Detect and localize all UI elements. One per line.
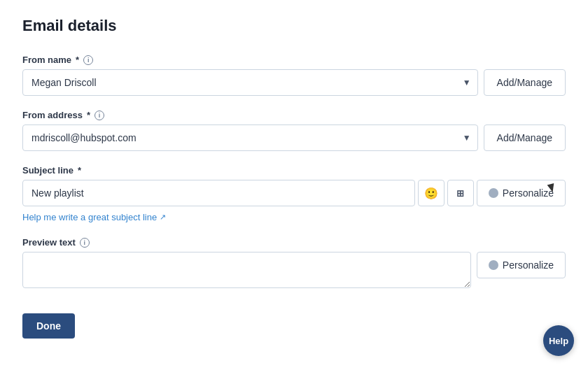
page-title: Email details bbox=[22, 17, 566, 35]
from-name-label: From name * i bbox=[22, 55, 566, 65]
subject-line-label: Subject line * bbox=[22, 165, 566, 176]
preview-personalize-button[interactable]: Personalize bbox=[477, 252, 566, 278]
done-button[interactable]: Done bbox=[22, 313, 75, 339]
external-link-icon: ↗ bbox=[160, 213, 166, 222]
preview-text-info-icon[interactable]: i bbox=[80, 238, 90, 248]
preview-text-row: Personalize bbox=[22, 252, 566, 288]
from-address-info-icon[interactable]: i bbox=[94, 111, 104, 120]
preview-text-input[interactable] bbox=[22, 252, 471, 288]
tokens-button[interactable]: ⊞ bbox=[447, 180, 474, 206]
preview-personalize-icon bbox=[489, 260, 498, 270]
from-name-info-icon[interactable]: i bbox=[83, 55, 93, 65]
from-name-select[interactable]: Megan Driscoll bbox=[22, 69, 478, 96]
subject-line-input-row: 🙂 ⊞ Personalize bbox=[22, 180, 566, 206]
emoji-icon: 🙂 bbox=[424, 187, 438, 200]
subject-line-group: Subject line * 🙂 ⊞ Personalize Help me w… bbox=[22, 165, 566, 223]
from-address-label: From address * i bbox=[22, 110, 566, 120]
from-name-input-row: Megan Driscoll ▼ Add/Manage bbox=[22, 69, 566, 96]
from-name-add-manage-button[interactable]: Add/Manage bbox=[484, 69, 566, 96]
preview-text-group: Preview text i Personalize bbox=[22, 237, 566, 288]
help-bubble[interactable]: Help bbox=[543, 325, 574, 356]
from-name-group: From name * i Megan Driscoll ▼ Add/Manag… bbox=[22, 55, 566, 96]
from-address-select[interactable]: mdriscoll@hubspot.com bbox=[22, 124, 478, 151]
from-address-add-manage-button[interactable]: Add/Manage bbox=[484, 124, 566, 151]
emoji-button[interactable]: 🙂 bbox=[418, 180, 444, 206]
from-address-select-wrapper: mdriscoll@hubspot.com ▼ bbox=[22, 124, 478, 151]
personalize-icon bbox=[489, 188, 498, 198]
tokens-icon: ⊞ bbox=[456, 188, 464, 199]
subject-line-input[interactable] bbox=[22, 180, 415, 206]
subject-help-link[interactable]: Help me write a great subject line ↗ bbox=[22, 212, 166, 222]
preview-text-label: Preview text i bbox=[22, 237, 566, 248]
from-name-select-wrapper: Megan Driscoll ▼ bbox=[22, 69, 478, 96]
from-address-group: From address * i mdriscoll@hubspot.com ▼… bbox=[22, 110, 566, 151]
from-address-input-row: mdriscoll@hubspot.com ▼ Add/Manage bbox=[22, 124, 566, 151]
subject-personalize-button[interactable]: Personalize bbox=[477, 180, 566, 206]
